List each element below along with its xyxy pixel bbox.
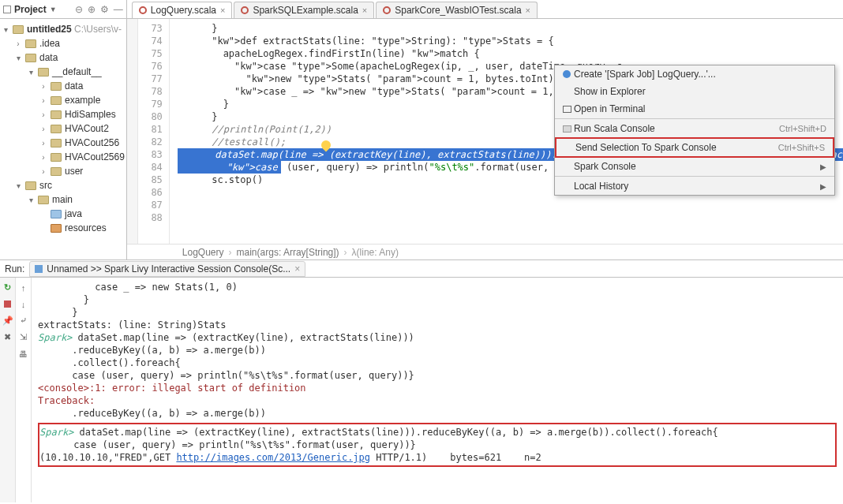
menu-show-explorer[interactable]: Show in Explorer [555, 83, 834, 100]
tab-label: SparkCore_WasbIOTest.scala [395, 5, 521, 16]
run-header: Run: Unnamed >> Spark Livy Interactive S… [0, 260, 843, 278]
line-numbers: 73747576777879808182838485868788 [138, 19, 170, 244]
tree-item[interactable]: ›HVACout2569 [2, 150, 125, 164]
tree-item[interactable]: ›HVACout256 [2, 136, 125, 150]
tree-item[interactable]: ›.idea [2, 36, 125, 50]
terminal-icon [563, 106, 571, 113]
breadcrumb[interactable]: LogQuery› main(args: Array[String])› λ(l… [127, 244, 843, 259]
scala-icon [383, 6, 391, 14]
tree-root[interactable]: ▾ untitled25 C:\Users\v- [2, 22, 125, 36]
close-icon[interactable]: × [294, 263, 300, 274]
run-panel: Run: Unnamed >> Spark Livy Interactive S… [0, 260, 843, 502]
down-icon[interactable]: ↓ [18, 299, 28, 309]
menu-run-scala-console[interactable]: Run Scala ConsoleCtrl+Shift+D [555, 120, 834, 137]
tree-item[interactable]: resources [2, 221, 125, 235]
tree-item[interactable]: ›HdiSamples [2, 107, 125, 121]
menu-open-terminal[interactable]: Open in Terminal [555, 100, 834, 118]
tab-label: LogQuery.scala [151, 5, 216, 16]
console-icon [35, 265, 43, 273]
pin-icon[interactable]: 📌 [2, 315, 13, 326]
rerun-icon[interactable]: ↻ [2, 282, 13, 293]
run-tab[interactable]: Unnamed >> Spark Livy Interactive Sessio… [29, 261, 305, 277]
hide-icon[interactable]: — [114, 4, 123, 15]
tab-sparkcore[interactable]: SparkCore_WasbIOTest.scala× [376, 2, 538, 18]
menu-send-selection[interactable]: Send Selection To Spark ConsoleCtrl+Shif… [556, 139, 833, 156]
print-icon[interactable]: 🖶 [18, 349, 28, 359]
globe-icon [563, 70, 571, 78]
wrap-icon[interactable]: ⤶ [18, 315, 28, 326]
run-toolbar-left: ↻ 📌 ✖ [0, 278, 16, 502]
gear-icon[interactable]: ⚙ [100, 4, 109, 15]
sidebar-header: Project ▼ ⊖ ⊕ ⚙ — [0, 0, 126, 19]
tree-item[interactable]: ›example [2, 93, 125, 107]
up-icon[interactable]: ↑ [18, 282, 28, 293]
scroll-icon[interactable]: ⇲ [18, 332, 28, 342]
run-label: Run: [5, 263, 24, 274]
context-menu: Create '[Spark Job] LogQuery...'... Show… [554, 65, 835, 196]
tree-item[interactable]: ▾data [2, 50, 125, 65]
close-icon[interactable]: × [220, 6, 225, 15]
tree-item[interactable]: ›HVACout2 [2, 121, 125, 136]
menu-local-history[interactable]: Local History▶ [555, 177, 834, 195]
tab-label: SparkSQLExample.scala [253, 5, 358, 16]
tab-logquery[interactable]: LogQuery.scala× [132, 2, 233, 18]
target-icon[interactable]: ⊕ [88, 4, 96, 15]
tree-item[interactable]: ›user [2, 164, 125, 178]
tree-item[interactable]: ▾main [2, 192, 125, 207]
tree-item[interactable]: ›data [2, 79, 125, 93]
tree-item[interactable]: java [2, 207, 125, 221]
tab-sparksql[interactable]: SparkSQLExample.scala× [234, 2, 374, 18]
tree-item[interactable]: ▾src [2, 178, 125, 192]
project-dropdown[interactable]: Project ▼ [3, 4, 57, 15]
close-icon[interactable]: × [526, 6, 530, 15]
scala-icon [139, 6, 147, 14]
stop-icon[interactable] [2, 299, 13, 309]
console-output[interactable]: case _ => new Stats(1, 0) } }extractStat… [32, 278, 843, 502]
menu-spark-console[interactable]: Spark Console▶ [555, 158, 834, 175]
project-sidebar: Project ▼ ⊖ ⊕ ⚙ — ▾ untitled25 C:\Users\… [0, 0, 127, 259]
close-icon[interactable]: × [362, 6, 367, 15]
scala-icon [241, 6, 249, 14]
editor-tabs: LogQuery.scala× SparkSQLExample.scala× S… [127, 0, 843, 19]
menu-create-spark-job[interactable]: Create '[Spark Job] LogQuery...'... [555, 65, 834, 83]
tree-item[interactable]: ▾__default__ [2, 65, 125, 79]
console-icon [563, 125, 571, 133]
project-tree: ▾ untitled25 C:\Users\v- ›.idea ▾data ▾_… [0, 19, 126, 259]
close-panel-icon[interactable]: ✖ [2, 332, 13, 342]
run-tab-label: Unnamed >> Spark Livy Interactive Sessio… [47, 263, 290, 274]
collapse-icon[interactable]: ⊖ [75, 4, 83, 15]
gutter [127, 19, 138, 244]
run-toolbar-right: ↑ ↓ ⤶ ⇲ 🖶 [16, 278, 32, 502]
